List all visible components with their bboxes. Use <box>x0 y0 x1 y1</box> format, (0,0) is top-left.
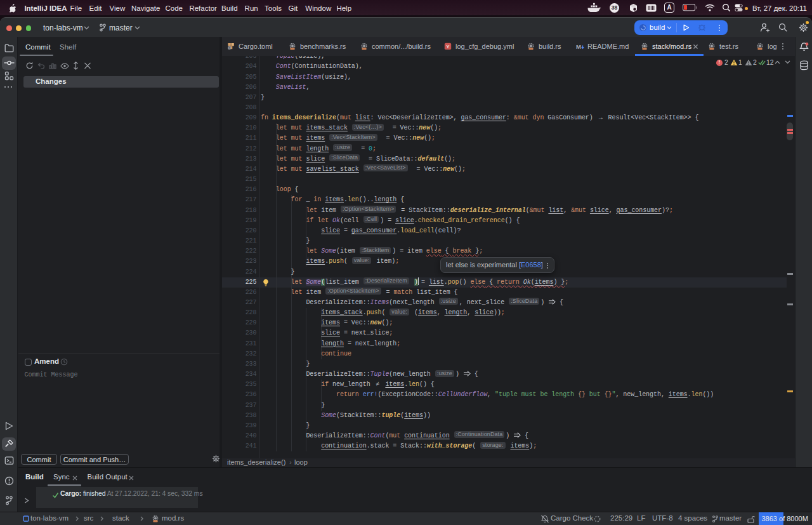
svg-text:Y: Y <box>446 44 450 50</box>
svg-text:M: M <box>576 43 581 50</box>
